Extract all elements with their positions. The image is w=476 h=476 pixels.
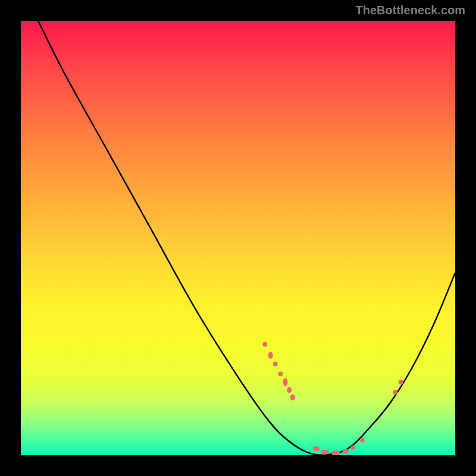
data-marker <box>321 450 329 455</box>
data-marker <box>262 342 267 347</box>
data-marker <box>343 449 349 453</box>
watermark-text: TheBottleneck.com <box>356 4 465 17</box>
data-marker <box>360 437 365 442</box>
data-markers <box>262 342 403 455</box>
data-marker <box>331 450 340 455</box>
data-marker <box>350 446 355 450</box>
data-marker <box>287 387 292 393</box>
data-marker <box>290 394 295 400</box>
data-marker <box>278 371 283 376</box>
data-marker <box>393 390 397 394</box>
data-marker <box>312 446 320 451</box>
data-marker <box>268 352 273 359</box>
data-marker <box>273 362 278 367</box>
curve-layer <box>21 21 455 455</box>
data-marker <box>283 378 288 386</box>
data-marker <box>399 380 403 384</box>
bottleneck-curve <box>38 21 455 455</box>
plot-area <box>21 21 455 455</box>
chart-container: TheBottleneck.com <box>0 0 476 476</box>
